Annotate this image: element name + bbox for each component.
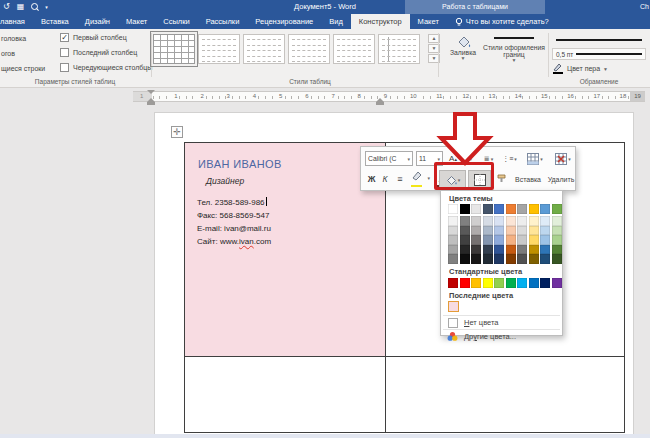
- tab-макет[interactable]: Макет: [410, 14, 447, 29]
- border-styles-button[interactable]: Стили оформления границ ▼: [482, 37, 546, 62]
- color-swatch[interactable]: [494, 226, 504, 236]
- color-swatch[interactable]: [471, 278, 481, 288]
- checkbox-banded-columns[interactable]: Чередующиеся столбцы: [60, 63, 152, 72]
- color-swatch[interactable]: [494, 245, 504, 255]
- color-swatch[interactable]: [471, 204, 481, 214]
- color-swatch[interactable]: [483, 278, 493, 288]
- table-style-thumbnail[interactable]: [288, 34, 330, 64]
- tab-что-вы-хотите-сделать-[interactable]: Что вы хотите сделать?: [447, 14, 557, 29]
- color-swatch[interactable]: [448, 204, 458, 214]
- color-swatch[interactable]: [517, 204, 527, 214]
- color-swatch[interactable]: [552, 278, 562, 288]
- table-style-thumbnail[interactable]: [333, 34, 375, 64]
- table-style-thumbnail[interactable]: [243, 34, 285, 64]
- color-swatch[interactable]: [540, 235, 550, 245]
- insert-button[interactable]: Вставка: [510, 170, 546, 188]
- color-swatch[interactable]: [529, 216, 539, 226]
- pen-style-button[interactable]: [552, 34, 646, 46]
- color-swatch[interactable]: [483, 245, 493, 255]
- tab-дизайн[interactable]: Дизайн: [77, 14, 118, 29]
- numbering-button[interactable]: ⋮≡▾: [500, 151, 519, 166]
- color-swatch[interactable]: [552, 216, 562, 226]
- color-swatch[interactable]: [552, 235, 562, 245]
- color-swatch[interactable]: [506, 254, 516, 264]
- color-swatch[interactable]: [517, 245, 527, 255]
- tab-макет[interactable]: Макет: [118, 14, 155, 29]
- color-swatch[interactable]: [460, 216, 470, 226]
- italic-button[interactable]: К: [379, 170, 391, 188]
- color-swatch[interactable]: [540, 226, 550, 236]
- customize-icon[interactable]: ▦: [17, 1, 25, 13]
- color-swatch[interactable]: [471, 245, 481, 255]
- bold-button[interactable]: Ж: [365, 170, 378, 188]
- left-indent-marker[interactable]: [147, 98, 155, 102]
- highlight-button[interactable]: ▾: [409, 170, 431, 188]
- color-swatch[interactable]: [517, 254, 527, 264]
- color-swatch[interactable]: [483, 254, 493, 264]
- color-swatch[interactable]: [540, 204, 550, 214]
- table-style-thumbnail[interactable]: [378, 34, 420, 64]
- color-swatch[interactable]: [517, 226, 527, 236]
- color-swatch[interactable]: [460, 278, 470, 288]
- color-swatch[interactable]: [494, 254, 504, 264]
- no-color-item[interactable]: Нет цвета: [441, 316, 562, 329]
- color-swatch[interactable]: [494, 235, 504, 245]
- color-swatch[interactable]: [506, 216, 516, 226]
- tab-конструктор[interactable]: Конструктор: [351, 14, 410, 29]
- color-swatch[interactable]: [460, 245, 470, 255]
- color-swatch[interactable]: [529, 278, 539, 288]
- color-swatch[interactable]: [552, 226, 562, 236]
- color-swatch[interactable]: [517, 216, 527, 226]
- color-swatch[interactable]: [529, 226, 539, 236]
- tab-вид[interactable]: Вид: [321, 14, 351, 29]
- checkbox-last-column[interactable]: Последний столбец: [60, 48, 137, 57]
- checkbox-box[interactable]: [60, 63, 69, 72]
- table-move-handle[interactable]: ✛: [171, 126, 183, 138]
- color-swatch[interactable]: [483, 204, 493, 214]
- align-button[interactable]: ≡: [393, 170, 407, 188]
- color-swatch[interactable]: [517, 278, 527, 288]
- color-swatch[interactable]: [529, 254, 539, 264]
- insert-table-button[interactable]: ▾: [523, 150, 547, 167]
- color-swatch[interactable]: [483, 216, 493, 226]
- color-swatch[interactable]: [552, 245, 562, 255]
- pen-color-button[interactable]: Цвет пера ▼: [552, 63, 608, 74]
- delete-table-button[interactable]: ▾: [551, 150, 575, 167]
- color-swatch[interactable]: [494, 278, 504, 288]
- color-swatch[interactable]: [471, 216, 481, 226]
- tab-вставка[interactable]: Вставка: [33, 14, 77, 29]
- business-card-cell[interactable]: ИВАН ИВАНОВ Дизайнер Тел. 2358-589-986 Ф…: [185, 143, 385, 356]
- horizontal-ruler[interactable]: 19 1123456789101112131415161718: [133, 91, 645, 102]
- color-swatch[interactable]: [483, 226, 493, 236]
- color-swatch[interactable]: [448, 216, 458, 226]
- color-swatch[interactable]: [448, 301, 459, 312]
- color-swatch[interactable]: [460, 204, 470, 214]
- right-indent-marker[interactable]: [376, 98, 384, 102]
- account-name[interactable]: Ch: [640, 0, 649, 14]
- tab-рецензирование[interactable]: Рецензирование: [247, 14, 321, 29]
- tab-лавная[interactable]: лавная: [0, 14, 33, 29]
- color-swatch[interactable]: [448, 245, 458, 255]
- color-swatch[interactable]: [448, 226, 458, 236]
- shading-button[interactable]: Заливка ▼: [446, 34, 480, 60]
- color-swatch[interactable]: [517, 235, 527, 245]
- color-swatch[interactable]: [529, 245, 539, 255]
- color-swatch[interactable]: [460, 235, 470, 245]
- color-swatch[interactable]: [460, 254, 470, 264]
- color-swatch[interactable]: [552, 254, 562, 264]
- color-swatch[interactable]: [540, 245, 550, 255]
- checkbox-first-column[interactable]: ✓Первый столбец: [60, 33, 127, 42]
- color-swatch[interactable]: [552, 204, 562, 214]
- color-swatch[interactable]: [448, 254, 458, 264]
- color-swatch[interactable]: [529, 204, 539, 214]
- format-painter-button[interactable]: [494, 170, 509, 188]
- color-swatch[interactable]: [471, 226, 481, 236]
- color-swatch[interactable]: [448, 235, 458, 245]
- table-style-thumbnail[interactable]: [153, 34, 195, 64]
- color-swatch[interactable]: [506, 226, 516, 236]
- color-swatch[interactable]: [540, 254, 550, 264]
- save-icon[interactable]: ↺: [3, 1, 10, 13]
- color-swatch[interactable]: [529, 235, 539, 245]
- tab-рассылки[interactable]: Рассылки: [198, 14, 248, 29]
- table-style-thumbnail[interactable]: [198, 34, 240, 64]
